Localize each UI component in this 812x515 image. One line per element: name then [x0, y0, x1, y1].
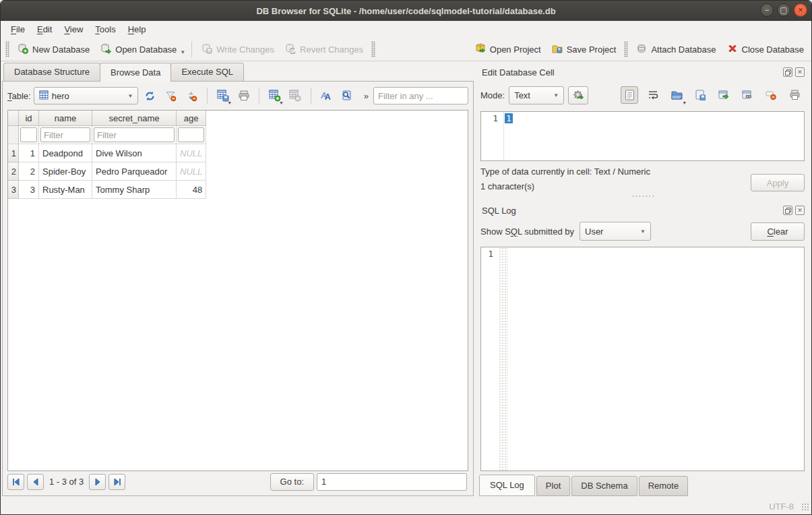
- dock-tab-remote[interactable]: Remote: [639, 476, 689, 496]
- row-header[interactable]: 1: [8, 144, 19, 162]
- attach-database-button[interactable]: Attach Database: [631, 40, 720, 59]
- save-project-button[interactable]: Save Project: [547, 40, 621, 59]
- tab-browse-data[interactable]: Browse Data: [100, 63, 171, 82]
- toolbar-handle-2[interactable]: [371, 41, 375, 57]
- filter-input-age[interactable]: [178, 127, 204, 142]
- apply-button-label: Apply: [767, 178, 789, 188]
- grid-corner-cell[interactable]: [8, 111, 19, 126]
- set-null-button[interactable]: [762, 86, 780, 104]
- insert-record-button[interactable]: ▼: [266, 87, 284, 104]
- open-project-button[interactable]: Open Project: [470, 40, 546, 59]
- close-button[interactable]: ×: [794, 3, 807, 17]
- export-data-button[interactable]: [691, 86, 709, 104]
- clear-log-button[interactable]: Clear: [751, 222, 805, 241]
- float-dock-icon[interactable]: [783, 206, 792, 215]
- cell-value-editor[interactable]: 1 1: [480, 111, 805, 161]
- open-in-external-button[interactable]: [715, 86, 732, 104]
- sql-log-editor[interactable]: 1: [480, 247, 805, 471]
- menu-help[interactable]: Help: [122, 22, 152, 36]
- auto-format-button[interactable]: [568, 86, 588, 104]
- dock-tab-plot[interactable]: Plot: [536, 476, 570, 496]
- toolbar-overflow-button[interactable]: »: [362, 91, 371, 101]
- float-dock-icon[interactable]: [783, 67, 792, 77]
- open-database-button[interactable]: Open Database: [96, 40, 181, 59]
- filter-input-secret-name[interactable]: [94, 127, 175, 142]
- table-select[interactable]: hero ▼: [34, 87, 139, 104]
- revert-changes-button[interactable]: Revert Changes: [280, 40, 368, 59]
- column-header-name[interactable]: name: [39, 111, 92, 126]
- main-toolbar: New Database Open Database ▼ Write Chang…: [1, 38, 811, 61]
- filter-input-id[interactable]: [20, 127, 37, 142]
- cell-secret-name[interactable]: Pedro Parqueador: [92, 162, 177, 181]
- browse-data-page: Table: hero ▼ ▼ ▼ AA: [2, 81, 474, 496]
- next-page-button[interactable]: [89, 474, 106, 490]
- goto-button[interactable]: Go to:: [270, 473, 314, 491]
- sql-source-select[interactable]: User ▼: [580, 222, 651, 241]
- hero-table: id name secret_name age: [8, 111, 206, 199]
- write-changes-button[interactable]: Write Changes: [197, 40, 279, 59]
- close-dock-icon[interactable]: ✕: [795, 206, 805, 215]
- delete-record-button[interactable]: [286, 87, 305, 104]
- filter-any-column-input[interactable]: [373, 87, 468, 104]
- dock-tab-sql-log-label: SQL Log: [490, 480, 524, 490]
- clear-sorting-button[interactable]: [183, 87, 201, 104]
- column-header-secret-name[interactable]: secret_name: [92, 111, 177, 126]
- last-page-button[interactable]: [108, 474, 125, 490]
- cell-age[interactable]: 48: [177, 181, 206, 199]
- mode-select[interactable]: Text ▼: [509, 86, 564, 104]
- column-header-id[interactable]: id: [19, 111, 39, 126]
- print-button[interactable]: [235, 87, 253, 104]
- word-wrap-icon-button[interactable]: [644, 86, 662, 104]
- cell-id[interactable]: 2: [19, 162, 39, 181]
- cell-name[interactable]: Spider-Boy: [39, 162, 92, 181]
- menu-tools[interactable]: Tools: [89, 22, 121, 36]
- minimize-button[interactable]: −: [760, 3, 774, 17]
- column-header-age[interactable]: age: [177, 111, 206, 126]
- cell-age[interactable]: NULL: [177, 144, 206, 162]
- menu-edit[interactable]: Edit: [31, 22, 58, 36]
- show-sql-label-accel: Q: [511, 226, 518, 237]
- cell-editor-content[interactable]: 1: [504, 112, 804, 160]
- tab-execute-sql[interactable]: Execute SQL: [170, 63, 244, 81]
- first-page-button[interactable]: [7, 474, 24, 490]
- row-header[interactable]: 3: [8, 181, 19, 199]
- tab-database-structure[interactable]: Database Structure: [3, 63, 100, 81]
- cell-secret-name[interactable]: Dive Wilson: [92, 144, 177, 162]
- sql-log-content[interactable]: [507, 247, 804, 471]
- dock-splitter[interactable]: [479, 191, 806, 201]
- print-cell-button[interactable]: [786, 86, 803, 104]
- close-dock-icon[interactable]: ✕: [795, 67, 805, 77]
- dock-tab-sql-log[interactable]: SQL Log: [479, 475, 535, 496]
- apply-button[interactable]: Apply: [751, 174, 805, 191]
- copy-link-button[interactable]: [739, 86, 756, 104]
- close-database-button[interactable]: Close Database: [722, 40, 809, 59]
- toolbar-handle[interactable]: [5, 41, 9, 57]
- clear-filters-button[interactable]: [162, 87, 180, 104]
- new-database-button[interactable]: New Database: [13, 40, 94, 59]
- resize-grip[interactable]: [801, 503, 809, 511]
- open-database-dropdown[interactable]: ▼: [180, 44, 187, 55]
- cell-secret-name[interactable]: Tommy Sharp: [92, 181, 177, 199]
- goto-input[interactable]: [317, 473, 467, 491]
- sql-source-value: User: [585, 226, 603, 237]
- toolbar-handle-3[interactable]: [624, 41, 628, 57]
- save-results-button[interactable]: ▼: [214, 87, 232, 104]
- cell-name[interactable]: Rusty-Man: [39, 181, 92, 199]
- dock-tab-db-schema[interactable]: DB Schema: [571, 476, 637, 496]
- cell-name[interactable]: Deadpond: [39, 144, 92, 162]
- find-in-table-button[interactable]: [338, 87, 356, 104]
- cell-id[interactable]: 1: [19, 144, 39, 162]
- cell-id[interactable]: 3: [19, 181, 39, 199]
- menu-view[interactable]: View: [58, 22, 89, 36]
- font-settings-button[interactable]: AA: [317, 87, 336, 104]
- menu-file[interactable]: File: [5, 22, 31, 36]
- row-header[interactable]: 2: [8, 162, 19, 181]
- toolbar-separator: [191, 41, 192, 57]
- maximize-button[interactable]: ▢: [777, 3, 790, 17]
- cell-age[interactable]: NULL: [177, 162, 206, 181]
- text-mode-icon-button[interactable]: [621, 86, 638, 104]
- import-data-button[interactable]: ▼: [668, 86, 685, 104]
- filter-input-name[interactable]: [40, 127, 90, 142]
- previous-page-button[interactable]: [27, 474, 44, 490]
- refresh-button[interactable]: [141, 87, 159, 104]
